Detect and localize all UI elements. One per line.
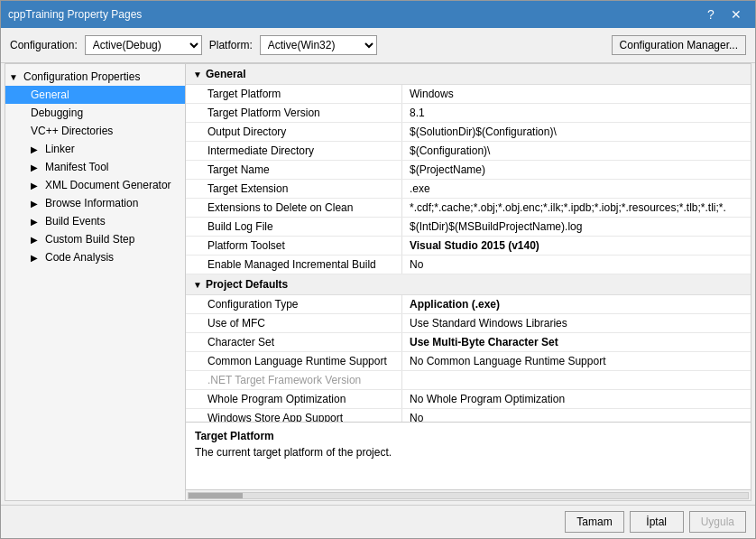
close-button[interactable]: ✕ xyxy=(724,5,748,23)
sidebar-browse-label: Browse Information xyxy=(45,197,180,209)
right-panel: ▼ General Target Platform Windows Target… xyxy=(186,64,751,500)
prop-row-character-set[interactable]: Character Set Use Multi-Byte Character S… xyxy=(186,333,751,352)
sidebar-custom-build-label: Custom Build Step xyxy=(45,233,180,246)
prop-value-character-set: Use Multi-Byte Character Set xyxy=(402,333,751,351)
sidebar: ▼ Configuration Properties General Debug… xyxy=(5,64,186,500)
sidebar-item-build-events[interactable]: ▶ Build Events xyxy=(5,212,185,230)
tree-children: General Debugging VC++ Directories ▶ Lin… xyxy=(5,86,185,266)
prop-row-windows-store[interactable]: Windows Store App Support No xyxy=(186,409,751,422)
prop-value-net-target xyxy=(402,371,751,389)
config-select[interactable]: Active(Debug) xyxy=(85,35,202,55)
sidebar-root-label: Configuration Properties xyxy=(23,70,180,83)
prop-value-use-mfc: Use Standard Windows Libraries xyxy=(402,314,751,332)
general-section-header[interactable]: ▼ General xyxy=(186,64,751,85)
code-analysis-expand-icon: ▶ xyxy=(31,253,45,263)
sidebar-item-code-analysis[interactable]: ▶ Code Analysis xyxy=(5,248,185,266)
prop-value-output-directory: $(SolutionDir)$(Configuration)\ xyxy=(402,123,751,141)
sidebar-item-browse-information[interactable]: ▶ Browse Information xyxy=(5,194,185,212)
manifest-expand-icon: ▶ xyxy=(31,163,45,172)
help-button[interactable]: ? xyxy=(699,5,723,23)
sidebar-general-label: General xyxy=(31,88,180,101)
prop-name-whole-program: Whole Program Optimization xyxy=(186,390,402,408)
prop-value-windows-store: No xyxy=(402,409,751,422)
general-section-label: General xyxy=(206,68,246,80)
prop-name-target-platform-version: Target Platform Version xyxy=(186,104,402,122)
sidebar-item-xml-document-generator[interactable]: ▶ XML Document Generator xyxy=(5,176,185,194)
tree-root: ▼ Configuration Properties General Debug… xyxy=(5,64,185,270)
prop-name-intermediate-directory: Intermediate Directory xyxy=(186,142,402,160)
project-defaults-chevron: ▼ xyxy=(193,280,202,290)
prop-row-platform-toolset[interactable]: Platform Toolset Visual Studio 2015 (v14… xyxy=(186,237,751,256)
ok-button[interactable]: Tamam xyxy=(565,511,623,533)
prop-value-platform-toolset: Visual Studio 2015 (v140) xyxy=(402,237,751,255)
prop-row-clr-support[interactable]: Common Language Runtime Support No Commo… xyxy=(186,352,751,371)
general-properties: Target Platform Windows Target Platform … xyxy=(186,85,751,274)
prop-row-intermediate-directory[interactable]: Intermediate Directory $(Configuration)\ xyxy=(186,142,751,161)
prop-row-output-directory[interactable]: Output Directory $(SolutionDir)$(Configu… xyxy=(186,123,751,142)
window-title: cppTraining Property Pages xyxy=(8,8,142,21)
prop-name-windows-store: Windows Store App Support xyxy=(186,409,402,422)
prop-row-target-platform[interactable]: Target Platform Windows xyxy=(186,85,751,104)
prop-value-config-type: Application (.exe) xyxy=(402,295,751,313)
sidebar-item-general[interactable]: General xyxy=(5,86,185,104)
prop-name-target-extension: Target Extension xyxy=(186,180,402,198)
sidebar-vc-label: VC++ Directories xyxy=(31,125,180,137)
prop-value-target-name: $(ProjectName) xyxy=(402,161,751,179)
cancel-button[interactable]: İptal xyxy=(630,511,684,533)
platform-label: Platform: xyxy=(209,39,253,51)
sidebar-item-debugging[interactable]: Debugging xyxy=(5,104,185,122)
sidebar-item-configuration-properties[interactable]: ▼ Configuration Properties xyxy=(5,68,185,86)
prop-value-whole-program: No Whole Program Optimization xyxy=(402,390,751,408)
prop-row-target-name[interactable]: Target Name $(ProjectName) xyxy=(186,161,751,180)
scrollbar-track[interactable] xyxy=(188,492,749,499)
prop-value-clr-support: No Common Language Runtime Support xyxy=(402,352,751,370)
prop-row-target-extension[interactable]: Target Extension .exe xyxy=(186,180,751,199)
properties-area: ▼ General Target Platform Windows Target… xyxy=(186,64,751,422)
prop-row-config-type[interactable]: Configuration Type Application (.exe) xyxy=(186,295,751,314)
prop-row-extensions-delete[interactable]: Extensions to Delete on Clean *.cdf;*.ca… xyxy=(186,199,751,218)
description-text: The current target platform of the proje… xyxy=(195,446,742,459)
title-bar: cppTraining Property Pages ? ✕ xyxy=(1,1,755,28)
description-panel: Target Platform The current target platf… xyxy=(186,422,751,489)
sidebar-item-linker[interactable]: ▶ Linker xyxy=(5,140,185,158)
horizontal-scrollbar[interactable] xyxy=(186,489,751,500)
prop-name-clr-support: Common Language Runtime Support xyxy=(186,352,402,370)
prop-name-build-log: Build Log File xyxy=(186,218,402,236)
sidebar-debugging-label: Debugging xyxy=(31,107,180,119)
prop-value-target-platform-version: 8.1 xyxy=(402,104,751,122)
sidebar-item-vc-directories[interactable]: VC++ Directories xyxy=(5,122,185,140)
config-manager-button[interactable]: Configuration Manager... xyxy=(612,35,746,55)
prop-row-use-mfc[interactable]: Use of MFC Use Standard Windows Librarie… xyxy=(186,314,751,333)
config-label: Configuration: xyxy=(10,39,78,51)
sidebar-item-manifest-tool[interactable]: ▶ Manifest Tool xyxy=(5,158,185,176)
sidebar-item-custom-build-step[interactable]: ▶ Custom Build Step xyxy=(5,230,185,248)
custom-build-expand-icon: ▶ xyxy=(31,235,45,245)
main-window: cppTraining Property Pages ? ✕ Configura… xyxy=(0,0,756,539)
prop-name-enable-managed: Enable Managed Incremental Build xyxy=(186,256,402,274)
sidebar-linker-label: Linker xyxy=(45,143,180,155)
prop-name-use-mfc: Use of MFC xyxy=(186,314,402,332)
prop-row-target-platform-version[interactable]: Target Platform Version 8.1 xyxy=(186,104,751,123)
description-title: Target Platform xyxy=(195,430,742,442)
sidebar-code-analysis-label: Code Analysis xyxy=(45,251,180,264)
prop-row-enable-managed[interactable]: Enable Managed Incremental Build No xyxy=(186,256,751,274)
prop-name-output-directory: Output Directory xyxy=(186,123,402,141)
apply-button[interactable]: Uygula xyxy=(689,511,746,533)
prop-name-target-platform: Target Platform xyxy=(186,85,402,103)
project-defaults-properties: Configuration Type Application (.exe) Us… xyxy=(186,295,751,422)
platform-select[interactable]: Active(Win32) xyxy=(260,35,377,55)
prop-row-net-target[interactable]: .NET Target Framework Version xyxy=(186,371,751,390)
title-bar-buttons: ? ✕ xyxy=(699,5,748,23)
general-chevron: ▼ xyxy=(193,70,202,79)
prop-row-whole-program[interactable]: Whole Program Optimization No Whole Prog… xyxy=(186,390,751,409)
sidebar-manifest-label: Manifest Tool xyxy=(45,161,180,173)
main-content: ▼ Configuration Properties General Debug… xyxy=(5,63,751,501)
prop-name-config-type: Configuration Type xyxy=(186,295,402,313)
prop-value-extensions-delete: *.cdf;*.cache;*.obj;*.obj.enc;*.ilk;*.ip… xyxy=(402,199,751,217)
prop-row-build-log[interactable]: Build Log File $(IntDir)$(MSBuildProject… xyxy=(186,218,751,237)
footer: Tamam İptal Uygula xyxy=(1,505,755,538)
project-defaults-section-header[interactable]: ▼ Project Defaults xyxy=(186,274,751,295)
prop-name-extensions-delete: Extensions to Delete on Clean xyxy=(186,199,402,217)
prop-name-character-set: Character Set xyxy=(186,333,402,351)
scrollbar-thumb[interactable] xyxy=(189,493,243,498)
